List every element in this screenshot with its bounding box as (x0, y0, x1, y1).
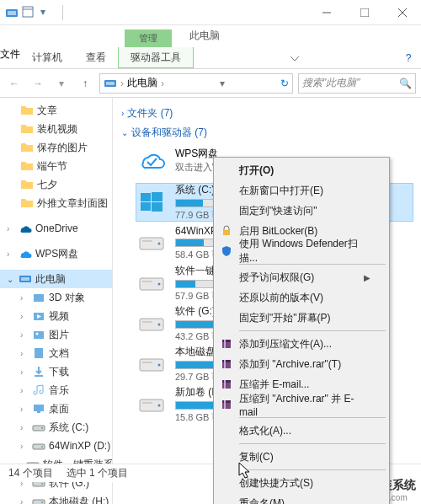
library-icon (32, 383, 45, 397)
context-menu-item[interactable]: 重命名(M) (216, 493, 387, 504)
svg-rect-56 (142, 362, 152, 363)
tree-pc-item[interactable]: › 文档 (0, 344, 112, 362)
folder-icon (20, 141, 34, 154)
menu-item-label: 格式化(A)... (239, 424, 291, 438)
ribbon-tab-drive-tools[interactable]: 驱动器工具 (118, 47, 194, 68)
svg-rect-53 (142, 321, 152, 323)
address-dropdown-icon[interactable]: ▾ (220, 78, 225, 89)
chevron-right-icon[interactable]: › (20, 349, 29, 358)
refresh-button[interactable]: ↻ (280, 78, 289, 89)
folder-icon (20, 122, 34, 136)
nav-recent-dropdown[interactable]: ▾ (52, 74, 71, 93)
tree-quick-item[interactable]: 保存的图片 (0, 138, 112, 157)
svg-point-46 (158, 243, 161, 245)
tree-quick-item[interactable]: 外推文章封面图 (0, 194, 112, 212)
chevron-right-icon[interactable]: › (20, 423, 29, 432)
group-devices[interactable]: ⌄ 设备和驱动器 (7) (121, 126, 413, 140)
context-menu-item[interactable]: 复制(C) (216, 447, 387, 467)
rar-icon (220, 357, 233, 371)
library-icon (32, 291, 45, 304)
tree-pc-item[interactable]: › 3D 对象 (0, 288, 112, 307)
tree-pc-item[interactable]: › 桌面 (0, 399, 112, 418)
tree-quick-item[interactable]: 文章 (0, 101, 112, 120)
chevron-right-icon[interactable]: › (7, 249, 15, 259)
breadcrumb-chevron-icon[interactable]: › (120, 78, 124, 89)
context-menu-item[interactable]: 添加到 "Archive.rar"(T) (216, 354, 387, 374)
qat-dropdown-icon[interactable]: ▾ (40, 6, 54, 19)
chevron-right-icon[interactable]: › (7, 224, 15, 233)
search-placeholder: 搜索"此电脑" (302, 76, 360, 90)
search-icon[interactable]: 🔍 (399, 78, 412, 89)
nav-forward-button[interactable]: → (29, 74, 47, 93)
tree-label: 此电脑 (35, 272, 66, 287)
context-menu-item[interactable]: 打开(O) (216, 160, 387, 180)
svg-rect-47 (142, 240, 152, 242)
svg-rect-19 (37, 411, 40, 413)
ribbon-tab-view[interactable]: 查看 (74, 47, 118, 68)
chevron-right-icon[interactable]: › (20, 497, 29, 505)
ribbon-expand-icon[interactable] (282, 47, 307, 68)
chevron-right-icon[interactable]: › (20, 405, 29, 414)
context-menu-item[interactable]: 固定到"开始"屏幕(P) (216, 308, 387, 328)
svg-rect-63 (224, 340, 226, 348)
qat-properties-icon[interactable] (22, 6, 35, 19)
tree-quick-item[interactable]: 端午节 (0, 157, 112, 175)
chevron-right-icon[interactable]: › (121, 109, 124, 118)
window-title: 此电脑 (172, 24, 237, 47)
tree-drive-item[interactable]: › 本地磁盘 (H:) (0, 492, 112, 504)
search-box[interactable]: 搜索"此电脑" 🔍 (298, 73, 416, 94)
context-menu-item[interactable]: 授予访问权限(G) ▶ (216, 267, 387, 287)
ribbon-help-icon[interactable]: ? (396, 47, 421, 68)
nav-up-button[interactable]: ↑ (76, 74, 94, 93)
chevron-right-icon[interactable]: › (20, 312, 29, 321)
context-menu-item[interactable]: 固定到"快速访问" (216, 201, 387, 221)
tree-drive-item[interactable]: › 64WinXP (D:) (0, 437, 112, 455)
close-button[interactable] (383, 0, 421, 25)
context-menu-item[interactable]: 添加到压缩文件(A)... (216, 334, 387, 354)
group-folders[interactable]: › 文件夹 (7) (121, 106, 413, 121)
context-menu-item[interactable]: 在新窗口中打开(E) (216, 180, 387, 201)
menu-item-label: 在新窗口中打开(E) (239, 184, 323, 198)
tree-quick-item[interactable]: 装机视频 (0, 120, 112, 138)
nav-back-button[interactable]: ← (5, 74, 24, 93)
tree-label: 桌面 (49, 402, 69, 416)
tree-drive-item[interactable]: › 系统 (C:) (0, 418, 112, 437)
svg-rect-2 (23, 7, 33, 17)
svg-rect-59 (142, 402, 152, 404)
chevron-down-icon[interactable]: ⌄ (7, 275, 15, 284)
svg-rect-66 (224, 360, 226, 368)
breadcrumb-text[interactable]: 此电脑 (127, 76, 157, 90)
library-icon (32, 346, 45, 360)
context-menu-item[interactable]: 还原以前的版本(V) (216, 287, 387, 308)
maximize-button[interactable] (345, 0, 383, 25)
chevron-right-icon[interactable]: › (20, 386, 29, 395)
tree-quick-item[interactable]: 七夕 (0, 175, 112, 194)
chevron-right-icon[interactable]: › (20, 293, 29, 303)
tree-label: 七夕 (37, 178, 57, 192)
tree-pc-item[interactable]: › 图片 (0, 325, 112, 344)
tree-label: 音乐 (49, 383, 69, 398)
chevron-right-icon[interactable]: › (20, 330, 29, 340)
context-menu-item[interactable]: 压缩到 "Archive.rar" 并 E-mail (216, 394, 387, 415)
context-menu-item[interactable]: 创建快捷方式(S) (216, 473, 387, 493)
context-menu-item[interactable]: 使用 Windows Defender扫描... (216, 241, 387, 261)
address-bar[interactable]: › 此电脑 › ▾ ↻ (99, 73, 293, 94)
tree-onedrive[interactable]: › OneDrive (0, 219, 112, 238)
minimize-button[interactable] (307, 0, 345, 25)
tree-pc-item[interactable]: › 视频 (0, 307, 112, 325)
chevron-right-icon[interactable]: › (20, 442, 29, 451)
tree-pc-item[interactable]: › 音乐 (0, 381, 112, 399)
breadcrumb-chevron-icon[interactable]: › (161, 78, 164, 89)
context-menu-item[interactable]: 格式化(A)... (216, 421, 387, 441)
svg-rect-62 (222, 340, 231, 342)
tree-pc-item[interactable]: › 下载 (0, 362, 112, 381)
svg-point-58 (158, 405, 161, 407)
ribbon-tab-computer[interactable]: 计算机 (20, 47, 74, 68)
ribbon-tab-file[interactable]: 文件 (0, 47, 20, 68)
svg-rect-41 (141, 193, 151, 201)
chevron-right-icon[interactable]: › (20, 367, 29, 377)
ribbon-header: 管理 此电脑 (0, 25, 421, 47)
tree-this-pc[interactable]: ⌄ 此电脑 (0, 270, 112, 288)
tree-wps[interactable]: › WPS网盘 (0, 244, 112, 263)
chevron-down-icon[interactable]: ⌄ (121, 128, 128, 137)
